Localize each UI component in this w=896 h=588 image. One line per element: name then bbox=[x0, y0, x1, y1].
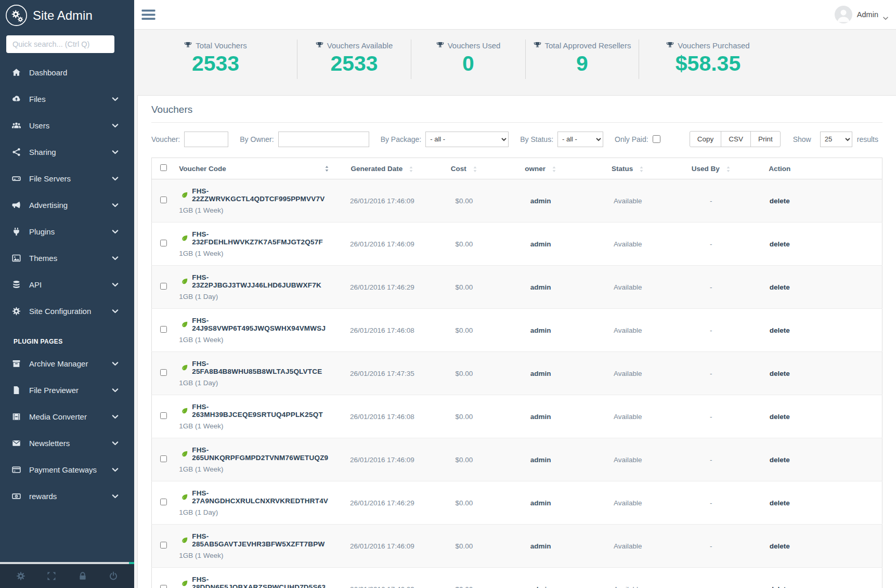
voucher-code-link[interactable]: FHS-263MH39BJCEQE9SRTUQ4PPLK25QT bbox=[192, 403, 329, 419]
sort-icon[interactable] bbox=[552, 166, 556, 173]
owner-filter: By Owner: bbox=[240, 132, 369, 147]
voucher-code-link[interactable]: FHS-24J9S8VWP6T495JWQSWHX94VMWSJ bbox=[192, 317, 329, 332]
show-count-select[interactable]: 25 bbox=[820, 132, 852, 147]
owner: admin bbox=[497, 568, 585, 588]
sidebar-item-archive-manager[interactable]: Archive Manager bbox=[0, 350, 134, 377]
package-select[interactable]: - all - bbox=[425, 132, 509, 147]
sidebar-item-plugins[interactable]: Plugins bbox=[0, 218, 134, 245]
delete-link[interactable]: delete bbox=[770, 413, 790, 421]
sidebar-item-newsletters[interactable]: Newsletters bbox=[0, 430, 134, 456]
row-checkbox[interactable] bbox=[160, 326, 167, 333]
only-paid-checkbox[interactable] bbox=[653, 135, 660, 143]
share-icon bbox=[11, 148, 21, 156]
voucher-code-link[interactable]: FHS-27A9NGDHCXRULCNXRVKREDTHRT4V bbox=[192, 489, 329, 505]
row-checkbox[interactable] bbox=[160, 197, 167, 203]
csv-button[interactable]: CSV bbox=[721, 131, 751, 147]
menu-toggle-button[interactable] bbox=[141, 9, 155, 20]
stat-total-vouchers: Total Vouchers2533 bbox=[134, 40, 297, 79]
sidebar-item-themes[interactable]: Themes bbox=[0, 245, 134, 271]
sidebar-item-file-previewer[interactable]: File Previewer bbox=[0, 377, 134, 403]
row-checkbox-cell bbox=[152, 266, 175, 309]
gear-icon bbox=[16, 571, 25, 581]
chevron-down-icon bbox=[110, 121, 120, 130]
column-header-generated-date[interactable]: Generated Date bbox=[333, 158, 431, 179]
column-header-voucher-code[interactable]: Voucher Code bbox=[175, 158, 333, 179]
delete-link[interactable]: delete bbox=[770, 542, 790, 550]
delete-link[interactable]: delete bbox=[770, 283, 790, 291]
voucher-code-link[interactable]: FHS-285AB5GAVTJEVHR3BFW5XZFT7BPW bbox=[192, 532, 329, 548]
generated-date: 26/01/2016 17:46:09 bbox=[333, 568, 431, 588]
sidebar-item-rewards[interactable]: rewards bbox=[0, 483, 134, 509]
cost: $0.00 bbox=[431, 568, 497, 588]
sidebar-item-media-converter[interactable]: Media Converter bbox=[0, 403, 134, 430]
row-checkbox[interactable] bbox=[160, 283, 167, 290]
row-checkbox-cell bbox=[152, 223, 175, 266]
voucher-filter-input[interactable] bbox=[184, 132, 228, 147]
voucher-code-link[interactable]: FHS-232FDEHLHWVKZ7K7A5FMJGT2Q57F bbox=[192, 230, 329, 246]
delete-link[interactable]: delete bbox=[770, 240, 790, 248]
power-icon bbox=[109, 571, 118, 581]
voucher-code-link[interactable]: FHS-23Z2PJBGJ3TWJJ46LHD6JUBWXF7K bbox=[192, 273, 329, 289]
delete-link[interactable]: delete bbox=[770, 585, 790, 588]
column-header-status[interactable]: Status bbox=[584, 158, 671, 179]
row-checkbox[interactable] bbox=[160, 499, 167, 505]
fullscreen-button[interactable] bbox=[47, 571, 56, 581]
row-checkbox[interactable] bbox=[160, 455, 167, 462]
sidebar-item-files[interactable]: Files bbox=[0, 86, 134, 112]
row-checkbox[interactable] bbox=[160, 542, 167, 548]
delete-link[interactable]: delete bbox=[770, 456, 790, 464]
voucher-code-line: FHS-265UNKQRPFGMPD2TVNM76WETUQZ9 bbox=[179, 446, 329, 462]
voucher-code-cell: FHS-24J9S8VWP6T495JWQSWHX94VMWSJ1GB (1 W… bbox=[175, 309, 333, 352]
delete-link[interactable]: delete bbox=[770, 326, 790, 334]
sort-icon[interactable] bbox=[409, 166, 413, 173]
voucher-code-link[interactable]: FHS-22ZZWRVKGCTL4QDTCF995PPMVV7V bbox=[192, 187, 329, 203]
sort-icon[interactable] bbox=[726, 166, 731, 173]
delete-link[interactable]: delete bbox=[770, 370, 790, 377]
sort-icon[interactable] bbox=[639, 166, 644, 173]
sidebar-item-users[interactable]: Users bbox=[0, 112, 134, 139]
print-button[interactable]: Print bbox=[750, 131, 781, 147]
voucher-package: 1GB (1 Day) bbox=[179, 379, 329, 387]
column-header-cost[interactable]: Cost bbox=[431, 158, 497, 179]
row-checkbox[interactable] bbox=[160, 412, 167, 419]
sidebar-item-file-servers[interactable]: File Servers bbox=[0, 165, 134, 192]
leaf-icon bbox=[181, 364, 188, 371]
sidebar-item-api[interactable]: API bbox=[0, 271, 134, 298]
delete-link[interactable]: delete bbox=[770, 499, 790, 507]
copy-button[interactable]: Copy bbox=[690, 131, 722, 147]
sidebar-item-sharing[interactable]: Sharing bbox=[0, 139, 134, 165]
row-checkbox[interactable] bbox=[160, 585, 167, 588]
row-checkbox[interactable] bbox=[160, 369, 167, 376]
power-button[interactable] bbox=[109, 571, 118, 581]
voucher-code-link[interactable]: FHS-265UNKQRPFGMPD2TVNM76WETUQZ9 bbox=[192, 446, 329, 462]
chevron-down-icon bbox=[110, 148, 120, 156]
spacer bbox=[809, 179, 882, 223]
column-header-used-by[interactable]: Used By bbox=[671, 158, 750, 179]
table-row: FHS-27A9NGDHCXRULCNXRVKREDTHRT4V1GB (1 D… bbox=[152, 481, 882, 525]
voucher-code-link[interactable]: FHS-25FA8B4B8WHU85B8WLTAJ5QLVTCE bbox=[192, 360, 329, 375]
user-menu[interactable]: Admin bbox=[835, 6, 888, 23]
sort-icon[interactable] bbox=[324, 165, 329, 172]
sidebar-search-input[interactable] bbox=[6, 35, 114, 53]
column-header-owner[interactable]: owner bbox=[497, 158, 585, 179]
archive-icon bbox=[11, 359, 21, 368]
sidebar-item-advertising[interactable]: Advertising bbox=[0, 192, 134, 218]
sidebar-item-dashboard[interactable]: Dashboard bbox=[0, 59, 134, 86]
settings-button[interactable] bbox=[16, 571, 25, 581]
status-select[interactable]: - all - bbox=[557, 132, 603, 147]
lock-button[interactable] bbox=[78, 571, 87, 581]
row-checkbox[interactable] bbox=[160, 240, 167, 246]
select-all-checkbox[interactable] bbox=[160, 164, 167, 171]
voucher-code-link[interactable]: FHS-28DDN6E5JQBXARZSPWCUHD7D5S63 bbox=[192, 576, 329, 588]
sort-icon[interactable] bbox=[473, 166, 477, 173]
leaf-icon bbox=[181, 321, 188, 328]
sidebar-item-payment-gateways[interactable]: Payment Gateways bbox=[0, 456, 134, 483]
sidebar-item-site-configuration[interactable]: Site Configuration bbox=[0, 298, 134, 324]
voucher-package: 1GB (1 Week) bbox=[179, 465, 329, 473]
leaf-icon bbox=[181, 450, 188, 458]
delete-link[interactable]: delete bbox=[770, 197, 790, 205]
table-row: FHS-25FA8B4B8WHU85B8WLTAJ5QLVTCE1GB (1 D… bbox=[152, 352, 882, 395]
owner-filter-input[interactable] bbox=[278, 132, 369, 147]
column-header-action: Action bbox=[750, 158, 809, 179]
generated-date: 26/01/2016 17:46:29 bbox=[333, 481, 431, 525]
